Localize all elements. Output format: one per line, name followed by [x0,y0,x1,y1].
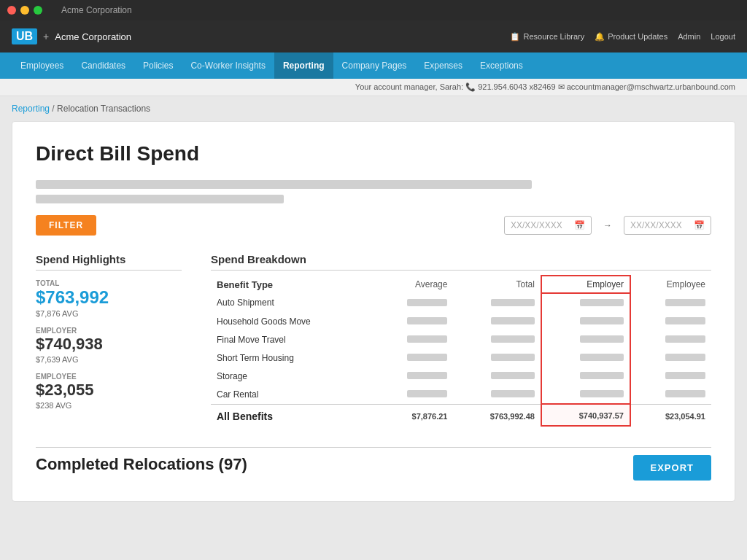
highlight-total-avg: $7,876 AVG [36,309,182,318]
table-row: Final Move Travel [211,330,711,349]
export-button[interactable]: EXPORT [633,455,711,481]
highlight-total: TOTAL $763,992 $7,876 AVG [36,279,182,318]
table-row: Car Rental [211,385,711,404]
main-nav: Employees Candidates Policies Co-Worker … [0,52,747,79]
row-final-move-avg-bar [374,330,453,349]
row-household-goods-employer-bar [541,312,630,330]
nav-exceptions[interactable]: Exceptions [471,52,532,79]
totals-label: All Benefits [211,404,374,426]
totals-total: $763,992.48 [453,404,541,426]
row-auto-shipment-employer-bar [541,293,630,312]
row-short-term-total-bar [453,349,541,367]
table-row: Short Term Housing [211,349,711,367]
date-to-value: XX/XX/XXXX [630,220,682,230]
th-employee: Employee [630,276,711,293]
th-benefit-type: Benefit Type [211,276,374,293]
completed-relocations-title: Completed Relocations (97) [36,455,247,474]
page-title: Direct Bill Spend [36,142,711,166]
nav-candidates[interactable]: Candidates [72,52,134,79]
row-household-goods-name: Household Goods Move [211,312,374,330]
row-storage-total-bar [453,367,541,385]
row-storage-employee-bar [630,367,711,385]
row-auto-shipment-total-bar [453,293,541,312]
row-final-move-total-bar [453,330,541,349]
row-short-term-avg-bar [374,349,453,367]
highlight-employer-value: $740,938 [36,335,182,354]
bottom-section: Completed Relocations (97) EXPORT [36,447,711,481]
filter-button[interactable]: FILTER [36,215,96,236]
highlight-employee-avg: $238 AVG [36,401,182,410]
row-short-term-employee-bar [630,349,711,367]
row-storage-avg-bar [374,367,453,385]
admin-link[interactable]: Admin [678,32,700,41]
row-household-goods-avg-bar [374,312,453,330]
resource-library-link[interactable]: 📋 Resource Library [510,32,584,42]
row-final-move-employee-bar [630,330,711,349]
date-arrow: → [600,220,615,230]
row-household-goods-employee-bar [630,312,711,330]
breadcrumb-parent[interactable]: Reporting [12,104,50,114]
breakdown-table: Benefit Type Average Total Employer Empl… [211,275,711,427]
account-bar-text: Your account manager, Sarah: 📞 921.954.6… [355,82,735,91]
th-employer: Employer [541,276,630,293]
date-to-input[interactable]: XX/XX/XXXX 📅 [624,216,711,235]
highlight-employee: EMPLOYEE $23,055 $238 AVG [36,373,182,410]
top-nav-right: 📋 Resource Library 🔔 Product Updates Adm… [510,32,735,42]
nav-policies[interactable]: Policies [134,52,182,79]
title-bar-label: Acme Corporation [61,5,132,15]
nav-coworker-insights[interactable]: Co-Worker Insights [182,52,274,79]
title-bar: Acme Corporation [0,0,747,20]
spend-breakdown: Spend Breakdown Benefit Type Average Tot… [211,253,711,427]
logo-plus: + [43,31,49,42]
nav-expenses[interactable]: Expenses [415,52,471,79]
row-storage-employer-bar [541,367,630,385]
nav-employees[interactable]: Employees [12,52,72,79]
calendar-to-icon: 📅 [694,220,705,230]
row-car-rental-avg-bar [374,385,453,404]
spend-highlights: Spend Highlights TOTAL $763,992 $7,876 A… [36,253,182,427]
nav-reporting[interactable]: Reporting [274,52,333,79]
table-row: Auto Shipment [211,293,711,312]
totals-employer: $740,937.57 [541,404,630,426]
content-area: Direct Bill Spend FILTER XX/XX/XXXX 📅 → … [12,121,735,502]
breadcrumb: Reporting / Relocation Transactions [0,96,747,121]
th-average: Average [374,276,453,293]
row-car-rental-name: Car Rental [211,385,374,404]
top-nav: UB + Acme Corporation 📋 Resource Library… [0,20,747,52]
highlight-employer-label: EMPLOYER [36,327,182,335]
dot-green[interactable] [34,6,42,15]
date-from-value: XX/XX/XXXX [511,220,562,230]
top-nav-left: UB + Acme Corporation [12,28,131,44]
totals-average: $7,876.21 [374,404,453,426]
date-from-input[interactable]: XX/XX/XXXX 📅 [504,216,592,235]
filter-bar-2 [36,195,284,203]
row-storage-name: Storage [211,367,374,385]
table-row: Storage [211,367,711,385]
highlight-total-label: TOTAL [36,279,182,287]
row-car-rental-employee-bar [630,385,711,404]
row-auto-shipment-name: Auto Shipment [211,293,374,312]
calendar-from-icon: 📅 [574,220,585,230]
row-final-move-employer-bar [541,330,630,349]
company-name: Acme Corporation [55,31,131,42]
filter-bar-1 [36,180,532,189]
th-total: Total [453,276,541,293]
main-content: Spend Highlights TOTAL $763,992 $7,876 A… [36,253,711,427]
dot-red[interactable] [7,6,16,15]
row-car-rental-employer-bar [541,385,630,404]
totals-employee: $23,054.91 [630,404,711,426]
highlight-employer-avg: $7,639 AVG [36,355,182,364]
nav-company-pages[interactable]: Company Pages [333,52,416,79]
account-bar: Your account manager, Sarah: 📞 921.954.6… [0,79,747,96]
dot-yellow[interactable] [20,6,29,15]
highlight-total-value: $763,992 [36,287,182,308]
row-auto-shipment-avg-bar [374,293,453,312]
totals-row: All Benefits $7,876.21 $763,992.48 $740,… [211,404,711,426]
row-short-term-employer-bar [541,349,630,367]
logo-ub: UB [12,28,37,44]
breadcrumb-current: Relocation Transactions [57,104,150,114]
logout-link[interactable]: Logout [711,32,735,41]
highlight-employer: EMPLOYER $740,938 $7,639 AVG [36,327,182,364]
breadcrumb-separator: / [50,104,57,114]
product-updates-link[interactable]: 🔔 Product Updates [595,32,667,42]
